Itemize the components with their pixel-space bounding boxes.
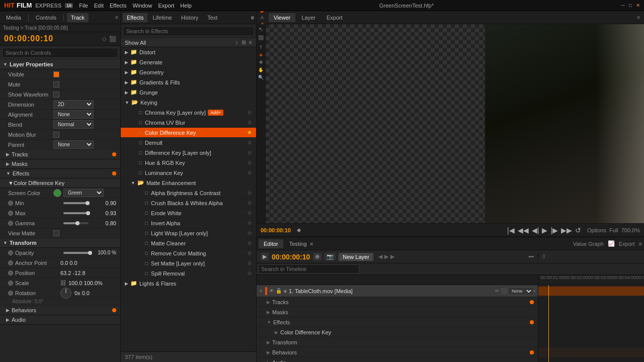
transform-header[interactable]: ▼ Transform (0, 238, 120, 248)
track1-visibility[interactable]: 👁 (269, 288, 274, 294)
minimize-btn[interactable]: ─ (621, 3, 625, 8)
rotation-circle[interactable] (8, 291, 13, 296)
folder-lights[interactable]: ▶ 📁 Lights & Flares (121, 279, 256, 289)
opacity-slider[interactable] (63, 252, 89, 254)
folder-distort[interactable]: ▶ 📁 Distort (121, 47, 256, 57)
menu-export[interactable]: Export (158, 3, 175, 9)
waveform-checkbox[interactable] (53, 92, 59, 98)
diff-key-star[interactable]: ☆ (247, 149, 252, 156)
viewer-icon1[interactable]: ▶ (261, 11, 264, 14)
chroma-uv-star[interactable]: ☆ (247, 119, 252, 126)
hand-icon[interactable]: ✋ (258, 67, 264, 72)
tl-nav-forward[interactable]: ▶ (390, 253, 394, 260)
track1-pen[interactable]: ✏ (495, 288, 499, 294)
menu-effects[interactable]: Effects (110, 3, 126, 9)
item-luminance-key[interactable]: □ Luminance Key ☆ (121, 168, 256, 178)
menu-file[interactable]: File (79, 3, 88, 9)
timeline-menu-icon[interactable]: ≡ (639, 241, 642, 247)
zoom-btn[interactable]: 700.0% (621, 227, 640, 233)
folder-grunge[interactable]: ▶ 📁 Grunge (121, 87, 256, 98)
item-demult[interactable]: □ Demult ☆ (121, 138, 256, 148)
text-tool-icon[interactable]: T (260, 45, 263, 50)
effects-section-header[interactable]: ▼ Effects (0, 169, 120, 178)
go-start-btn[interactable]: |◀ (507, 226, 515, 234)
graph-icon[interactable]: 📈 (608, 240, 615, 247)
invert-alpha-star[interactable]: ☆ (247, 220, 252, 226)
screen-color-swatch[interactable] (53, 189, 61, 197)
tl-nav-next-set[interactable]: ▶ (384, 253, 388, 260)
transform-sub-expand[interactable]: ▶ (267, 340, 270, 345)
scale-link-icon[interactable]: ⛓ (60, 280, 66, 287)
item-chroma-key[interactable]: □ Chroma Key [Layer only] Add+ ☆ (121, 108, 256, 118)
options-btn[interactable]: Options (587, 227, 606, 233)
blend-select[interactable]: Normal (53, 120, 94, 129)
spill-removal-star[interactable]: ☆ (247, 270, 252, 277)
tab-text[interactable]: Text (203, 13, 221, 22)
menu-window[interactable]: Window (132, 3, 152, 9)
screen-color-select[interactable]: Green Blue (63, 189, 104, 197)
remove-color-star[interactable]: ☆ (247, 250, 252, 256)
demult-star[interactable]: ☆ (247, 139, 252, 146)
max-circle[interactable] (8, 211, 13, 216)
track1-arrow[interactable]: ▾ (533, 289, 536, 294)
play-back-btn[interactable]: ◀◀ (518, 226, 529, 234)
color-diff-star[interactable]: ★ (247, 129, 252, 136)
mask-tool-icon[interactable]: ◈ (259, 52, 263, 57)
playhead-line[interactable] (548, 285, 549, 362)
behaviors-header[interactable]: ▶ Behaviors (0, 306, 120, 315)
opacity-circle[interactable] (8, 250, 13, 255)
item-remove-color[interactable]: □ Remove Color Matting ☆ (121, 248, 256, 258)
tab-testing[interactable]: Testing ✕ (284, 239, 318, 248)
behaviors-sub-expand[interactable]: ▶ (267, 350, 270, 355)
item-color-diff-key[interactable]: □ Color Difference Key ★ (121, 128, 256, 138)
viewer-panel-menu[interactable]: ≡ (637, 15, 640, 20)
gamma-circle[interactable] (8, 221, 13, 226)
tab-media[interactable]: Media (2, 13, 25, 22)
tl-add-layer-icon[interactable]: ⊕ (313, 253, 321, 260)
step-back-btn[interactable]: ◀| (532, 226, 539, 234)
track1-bar[interactable] (538, 287, 644, 296)
effects-search-input[interactable] (123, 26, 254, 36)
track1-mask[interactable]: ⬛ (501, 288, 507, 294)
track1-lock[interactable]: 🔓 (276, 288, 282, 294)
motion-blur-checkbox[interactable] (53, 132, 59, 138)
item-chroma-uv[interactable]: □ Chroma UV Blur ☆ (121, 118, 256, 128)
new-layer-btn[interactable]: New Layer (339, 253, 373, 261)
timeline-export-btn[interactable]: Export (619, 241, 635, 247)
step-back-icon[interactable]: ⬛ (109, 36, 116, 42)
play-btn[interactable]: ▶ (542, 226, 547, 234)
matte-cleaner-star[interactable]: ☆ (247, 240, 252, 246)
luminance-key-star[interactable]: ☆ (247, 169, 252, 176)
tl-expand-btn[interactable]: ▶ (261, 253, 269, 260)
tab-controls[interactable]: Controls (32, 13, 60, 22)
play-forward-btn[interactable]: ▶▶ (561, 226, 572, 234)
tab-history[interactable]: History (177, 13, 202, 22)
track1-solo[interactable]: ◈ (283, 288, 287, 294)
controls-search-input[interactable] (2, 48, 118, 58)
folder-geometry[interactable]: ▶ 📁 Geometry (121, 67, 256, 77)
left-panel-menu-icon[interactable]: ≡ (115, 15, 118, 20)
tab-editor[interactable]: Editor (259, 239, 283, 248)
step-forward-btn[interactable]: |▶ (550, 226, 558, 234)
gamma-slider[interactable] (63, 222, 89, 224)
view-matte-checkbox[interactable] (53, 230, 59, 236)
viewer-marker[interactable]: ◆ (297, 227, 301, 233)
item-alpha-brightness[interactable]: □ Alpha Brightness & Contrast ☆ (121, 188, 256, 198)
tab-effects[interactable]: Effects (123, 13, 147, 22)
audio-header[interactable]: ▶ Audio (0, 315, 120, 325)
max-slider[interactable] (63, 212, 89, 214)
timeline-search-input[interactable] (259, 264, 359, 274)
item-hue-rgb[interactable]: □ Hue & RGB Key ☆ (121, 158, 256, 168)
effects-sub-expand[interactable]: ▼ (267, 320, 271, 325)
maximize-btn[interactable]: □ (629, 3, 632, 8)
chroma-key-star[interactable]: ☆ (247, 109, 252, 116)
mute-checkbox[interactable] (53, 81, 59, 87)
effects-view-icon[interactable]: ⊞ (242, 39, 246, 46)
scale-circle[interactable] (8, 281, 13, 286)
rotation-dial[interactable] (60, 288, 71, 299)
set-matte-star[interactable]: ☆ (247, 260, 252, 266)
masks-section-header[interactable]: ▶ Masks (0, 159, 120, 169)
erode-white-star[interactable]: ☆ (247, 210, 252, 216)
track1-blend[interactable]: None (508, 287, 533, 295)
item-spill-removal[interactable]: □ Spill Removal ☆ (121, 268, 256, 279)
